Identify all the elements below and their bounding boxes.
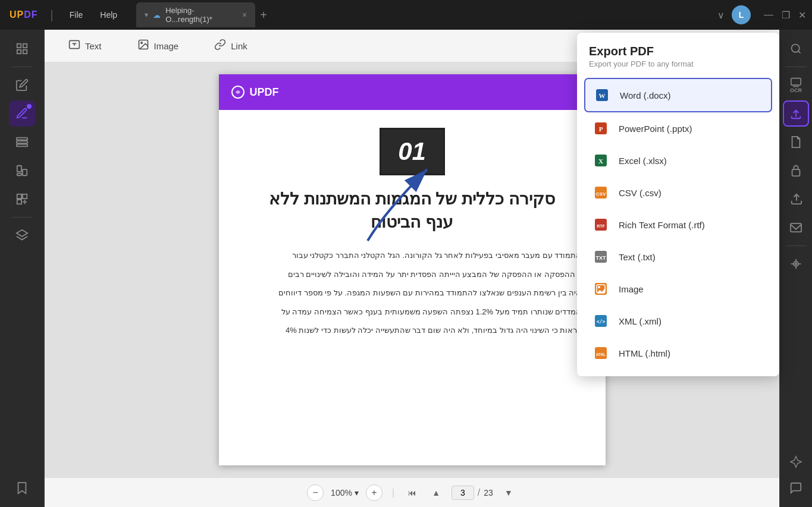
more-btn[interactable]: ∨: [717, 10, 725, 21]
help-menu[interactable]: Help: [93, 7, 124, 23]
svg-rect-10: [17, 194, 21, 199]
page-icon-btn[interactable]: [783, 129, 809, 155]
svg-text:TXT: TXT: [596, 255, 607, 261]
export-icon-word: W: [592, 86, 612, 105]
svg-rect-5: [17, 141, 27, 143]
search-icon-btn[interactable]: [783, 36, 809, 62]
page-indicator: 3 / 23: [452, 486, 493, 500]
sidebar-divider-2: [11, 217, 33, 218]
export-label-powerpoint: PowerPoint (.pptx): [619, 124, 692, 134]
sidebar-bottom: [9, 475, 35, 501]
export-option-word[interactable]: W Word (.docx): [584, 78, 772, 112]
image-tool-icon: [137, 39, 149, 53]
link-tool[interactable]: Link: [208, 35, 253, 57]
left-sidebar: [0, 30, 45, 507]
svg-point-47: [598, 286, 600, 288]
title-divider: |: [51, 8, 54, 22]
export-label-csv: CSV (.csv): [619, 188, 661, 198]
pdf-body-line: המדדים שנותרו תמיד מעל 1.2% נצפתה השפעה …: [243, 305, 582, 319]
sidebar-icon-pages[interactable]: [9, 36, 35, 62]
new-tab-btn[interactable]: +: [255, 8, 272, 22]
avatar[interactable]: L: [732, 5, 751, 24]
zoom-in-btn[interactable]: +: [366, 484, 383, 501]
next-page-btn[interactable]: ▼: [500, 484, 517, 501]
svg-rect-0: [17, 44, 21, 48]
link-tool-icon: [214, 39, 226, 53]
export-option-csv[interactable]: CSV CSV (.csv): [584, 177, 772, 209]
svg-rect-3: [23, 50, 27, 53]
export-option-rtf[interactable]: RTF Rich Text Format (.rtf): [584, 209, 772, 241]
svg-point-27: [794, 262, 798, 266]
title-bar: UPDF | File Help ▾ ☁ Helping-O...rength(…: [0, 0, 812, 30]
export-options-list: W Word (.docx) P PowerPoint (.pptx) X Ex…: [577, 73, 779, 376]
image-tool[interactable]: Image: [131, 35, 185, 57]
sidebar-icon-edit[interactable]: [9, 72, 35, 98]
sidebar-icon-bookmark[interactable]: [9, 475, 35, 501]
svg-rect-8: [23, 169, 27, 175]
pdf-body-line: היה בין רשימת הענפים שנאלצו להתמודד במהי…: [243, 286, 582, 300]
active-tab[interactable]: ▾ ☁ Helping-O...rength(1)* ×: [136, 2, 255, 27]
pdf-logo: UPDF: [231, 85, 279, 99]
export-option-excel[interactable]: X Excel (.xlsx): [584, 144, 772, 177]
close-btn[interactable]: ✕: [798, 10, 806, 21]
svg-text:HTML: HTML: [596, 352, 606, 357]
share-icon-btn[interactable]: [783, 186, 809, 212]
zoom-value[interactable]: 100% ▾: [331, 488, 359, 497]
export-icon-powerpoint: P: [591, 119, 610, 138]
export-label-excel: Excel (.xlsx): [619, 156, 667, 166]
prev-page-btn[interactable]: ▲: [428, 484, 444, 501]
pdf-body-line: לראות כי השינוי היה גדול במיוחד, ולא היה…: [243, 323, 582, 337]
pdf-body-line: התמודד עם מעבר מאסיבי בפעילות לאחר גל הק…: [243, 248, 582, 262]
restore-btn[interactable]: ❐: [782, 10, 790, 21]
export-option-txt[interactable]: TXT Text (.txt): [584, 241, 772, 273]
export-label-word: Word (.docx): [620, 90, 671, 100]
password-icon-btn[interactable]: [783, 158, 809, 184]
svg-rect-2: [17, 50, 21, 53]
zoom-out-btn[interactable]: −: [307, 484, 324, 501]
tab-cloud-icon: ☁: [153, 11, 161, 20]
right-sidebar-divider-2: [785, 245, 807, 246]
ai-icon-btn[interactable]: [783, 449, 809, 475]
pdf-body-line: ר ההפסקה או ההפסקה של המבצע היייתה הפסדי…: [243, 267, 582, 281]
svg-text:</>: </>: [597, 319, 606, 325]
tab-close-btn[interactable]: ×: [242, 10, 247, 20]
sidebar-icon-more[interactable]: [9, 186, 35, 212]
save-icon-btn[interactable]: [783, 251, 809, 277]
email-icon-btn[interactable]: [783, 215, 809, 241]
sidebar-divider-1: [11, 67, 33, 67]
export-icon-rtf: RTF: [591, 215, 610, 234]
menu-bar: File Help: [62, 7, 124, 23]
svg-text:W: W: [599, 92, 606, 99]
export-option-image[interactable]: Image: [584, 273, 772, 305]
export-panel-subtitle: Export your PDF to any format: [589, 59, 767, 68]
pdf-number-box: 01: [380, 128, 445, 175]
svg-rect-1: [23, 44, 27, 48]
export-panel: Export PDF Export your PDF to any format…: [577, 33, 779, 376]
export-icon-excel: X: [591, 151, 610, 170]
chat-icon-btn[interactable]: [783, 475, 809, 501]
svg-line-20: [798, 51, 801, 53]
convert-icon-btn[interactable]: [783, 100, 809, 127]
svg-text:RTF: RTF: [597, 224, 605, 228]
sidebar-icon-arrange[interactable]: [9, 158, 35, 184]
zoom-separator: |: [392, 487, 394, 498]
minimize-btn[interactable]: —: [764, 10, 773, 20]
svg-rect-26: [791, 223, 801, 232]
image-tool-label: Image: [154, 41, 179, 51]
ocr-icon-btn[interactable]: OCR: [783, 72, 809, 98]
sidebar-icon-layers[interactable]: [9, 222, 35, 248]
sidebar-icon-annotate[interactable]: [9, 100, 35, 127]
file-menu[interactable]: File: [62, 7, 90, 23]
pdf-page: UPDF 01 סקירה כללית של המגמות ה: [219, 74, 606, 465]
export-label-xml: XML (.xml): [619, 316, 661, 326]
export-option-html[interactable]: HTML HTML (.html): [584, 337, 772, 369]
first-page-btn[interactable]: ⏮: [404, 484, 421, 501]
export-option-xml[interactable]: </> XML (.xml): [584, 305, 772, 337]
right-sidebar-divider-1: [785, 67, 807, 67]
sidebar-icon-organize[interactable]: [9, 129, 35, 155]
app-logo: UPDF: [6, 8, 42, 21]
export-icon-txt: TXT: [591, 247, 610, 266]
export-option-powerpoint[interactable]: P PowerPoint (.pptx): [584, 112, 772, 144]
text-tool[interactable]: Text: [62, 35, 108, 57]
export-icon-csv: CSV: [591, 183, 610, 202]
